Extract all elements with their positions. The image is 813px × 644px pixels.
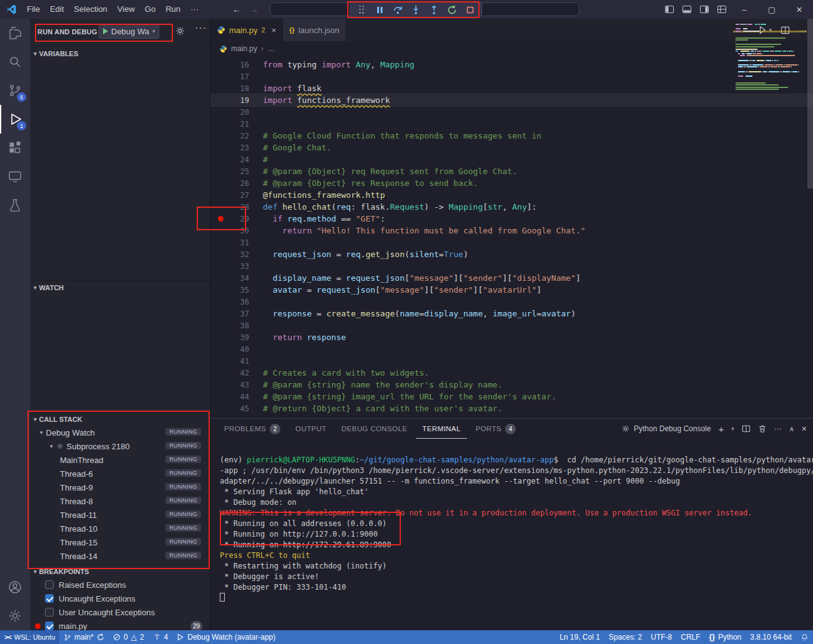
callstack-section-header[interactable]: ▾ CALL STACK [30, 412, 210, 426]
sidebar-item-remote-explorer[interactable] [0, 162, 30, 191]
back-button[interactable]: ← [232, 4, 241, 14]
callstack-row[interactable]: Thread-15RUNNING [30, 535, 210, 549]
terminal-launch-chevron-icon[interactable]: ▾ [731, 426, 734, 432]
line-gutter[interactable]: 20 [210, 106, 249, 118]
forward-button[interactable]: → [250, 4, 259, 14]
code-line[interactable]: 27@functions_framework.http [210, 189, 813, 201]
sidebar-item-search[interactable] [0, 47, 30, 76]
split-terminal-button[interactable] [742, 424, 751, 433]
line-gutter[interactable]: 22 [210, 130, 249, 142]
sidebar-item-run-debug[interactable]: 1 [0, 105, 30, 134]
line-gutter[interactable]: 25 [210, 165, 249, 177]
sidebar-item-explorer[interactable] [0, 19, 30, 47]
panel-tab-terminal[interactable]: TERMINAL [416, 419, 466, 439]
code-line[interactable]: 22# Google Cloud Function that responds … [210, 130, 813, 142]
code-line[interactable]: 35 avatar = request_json["message"]["sen… [210, 284, 813, 296]
code-line[interactable]: 31 [210, 237, 813, 248]
callstack-row[interactable]: Thread-10RUNNING [30, 522, 210, 535]
toggle-panel-button[interactable] [678, 0, 696, 19]
step-over-button[interactable] [390, 3, 406, 16]
panel-tab-output[interactable]: OUTPUT [289, 419, 333, 439]
breakpoints-section-header[interactable]: ▾ BREAKPOINTS [30, 564, 210, 578]
code-editor[interactable]: 16from typing import Any, Mapping1718imp… [210, 56, 813, 418]
code-line[interactable]: 23# Google Chat. [210, 142, 813, 154]
sidebar-item-source-control[interactable]: 5 [0, 76, 30, 105]
kill-terminal-button[interactable] [758, 424, 767, 433]
line-gutter[interactable]: 28 [210, 201, 249, 213]
panel-tab-ports[interactable]: PORTS4 [470, 419, 522, 439]
code-line[interactable]: 20 [210, 106, 813, 118]
code-line[interactable]: 19import functions_framework [210, 94, 813, 106]
line-gutter[interactable]: 36 [210, 296, 249, 308]
variables-section-header[interactable]: ▾ VARIABLES [30, 46, 210, 60]
debug-settings-button[interactable] [175, 26, 185, 36]
code-line[interactable]: 28def hello_chat(req: flask.Request) -> … [210, 201, 813, 213]
callstack-row[interactable]: Thread-14RUNNING [30, 549, 210, 563]
code-line[interactable]: 33 [210, 260, 813, 272]
toolbar-drag-handle[interactable] [353, 3, 370, 16]
line-gutter[interactable]: 35 [210, 284, 249, 296]
code-line[interactable]: 26# @param {Object} res Response to send… [210, 177, 813, 189]
line-gutter[interactable]: 19 [210, 94, 249, 106]
code-line[interactable]: 44# @param {string} image_url the URL fo… [210, 391, 813, 402]
line-gutter[interactable]: 23 [210, 142, 249, 154]
breakpoint-row[interactable]: Raised Exceptions [30, 578, 210, 592]
callstack-row[interactable]: Thread-6RUNNING [30, 467, 210, 481]
problems-status[interactable]: 0 △ 2 [109, 630, 149, 644]
sidebar-item-extensions[interactable] [0, 134, 30, 162]
callstack-row[interactable]: ▾Debug WatchRUNNING [30, 426, 210, 439]
panel-more-actions-button[interactable]: ··· [774, 424, 782, 433]
code-line[interactable]: 16from typing import Any, Mapping [210, 59, 813, 71]
line-gutter[interactable]: 43 [210, 379, 249, 391]
menu-item-edit[interactable]: Edit [45, 0, 69, 19]
code-line[interactable]: 39 return response [210, 331, 813, 343]
breakpoint-checkbox[interactable] [45, 594, 54, 603]
line-gutter[interactable]: 38 [210, 320, 249, 331]
callstack-row[interactable]: Thread-8RUNNING [30, 494, 210, 508]
callstack-row[interactable]: MainThreadRUNNING [30, 453, 210, 467]
code-line[interactable]: 34 display_name = request_json["message"… [210, 272, 813, 284]
panel-tab-problems[interactable]: PROBLEMS2 [218, 419, 287, 439]
code-line[interactable]: 38 [210, 320, 813, 331]
line-gutter[interactable]: 45 [210, 402, 249, 414]
eol-status[interactable]: CRLF [676, 630, 704, 644]
terminal-output[interactable]: (env) pierrick@LAPTOP-HKU5PNNG:~/git/goo… [210, 439, 813, 631]
watch-section-header[interactable]: ▾ WATCH [30, 280, 210, 294]
code-line[interactable]: 45# @return {Object} a card with the use… [210, 402, 813, 414]
line-gutter[interactable]: 17 [210, 71, 249, 82]
callstack-row[interactable]: Thread-11RUNNING [30, 508, 210, 522]
restart-button[interactable] [444, 3, 460, 16]
line-gutter[interactable]: 29 [210, 213, 249, 225]
menu-item-go[interactable]: Go [140, 0, 160, 19]
code-line[interactable]: 25# @param {Object} req Request sent fro… [210, 165, 813, 177]
maximize-button[interactable]: ▢ [758, 0, 786, 19]
code-line[interactable]: 32 request_json = req.get_json(silent=Tr… [210, 248, 813, 260]
settings-button[interactable] [0, 602, 30, 630]
account-button[interactable] [0, 573, 30, 602]
panel-tab-debug-console[interactable]: DEBUG CONSOLE [335, 419, 414, 439]
line-gutter[interactable]: 41 [210, 355, 249, 367]
code-line[interactable]: 37 response = create_message(name=displa… [210, 308, 813, 320]
launch-config-dropdown[interactable]: Debug Wa ▾ [99, 24, 159, 39]
customize-layout-button[interactable] [713, 0, 731, 19]
minimize-button[interactable]: – [731, 0, 758, 19]
start-debug-icon[interactable] [103, 28, 108, 34]
breakpoint-row[interactable]: Uncaught Exceptions [30, 592, 210, 605]
breadcrumb-more[interactable]: … [267, 44, 275, 53]
ports-status[interactable]: 4 [149, 630, 173, 644]
toggle-sidebar-button[interactable] [661, 0, 678, 19]
indentation-status[interactable]: Spaces: 2 [604, 630, 646, 644]
editor-tab-main-py[interactable]: main.py2× [210, 19, 283, 41]
cursor-position[interactable]: Ln 19, Col 1 [555, 630, 604, 644]
stop-button[interactable] [462, 3, 478, 16]
line-gutter[interactable]: 30 [210, 225, 249, 237]
line-gutter[interactable]: 26 [210, 177, 249, 189]
notifications-button[interactable] [796, 630, 813, 644]
code-line[interactable]: 21 [210, 118, 813, 130]
line-gutter[interactable]: 16 [210, 59, 249, 71]
terminal-profile-select[interactable]: Python Debug Console [621, 424, 711, 433]
code-line[interactable]: 43# @param {string} name the sender's di… [210, 379, 813, 391]
code-line[interactable]: 40 [210, 343, 813, 355]
step-out-button[interactable] [426, 3, 442, 16]
breadcrumb-file[interactable]: main.py [231, 44, 257, 53]
